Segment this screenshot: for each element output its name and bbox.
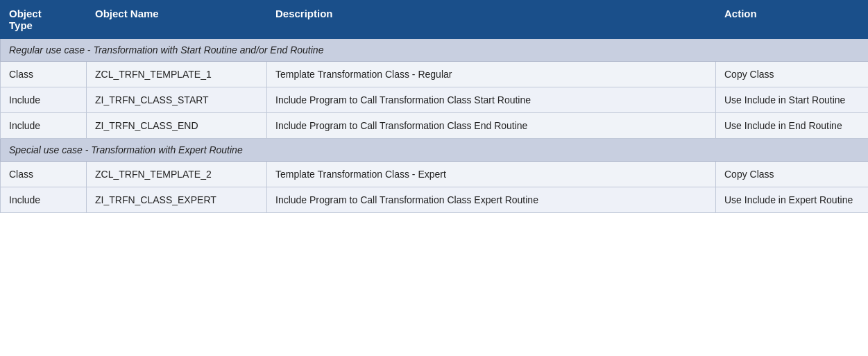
section-header-row: Special use case - Transformation with E… [1,139,869,162]
header-object-name: Object Name [87,1,267,39]
cell-description: Template Transformation Class - Expert [267,162,716,187]
cell-action: Use Include in Expert Routine [716,187,869,213]
cell-description: Include Program to Call Transformation C… [267,113,716,139]
cell-description: Include Program to Call Transformation C… [267,187,716,213]
cell-action: Copy Class [716,162,869,187]
cell-object-type: Class [1,62,87,87]
cell-object-name: ZI_TRFN_CLASS_START [87,87,267,113]
main-table: Object Type Object Name Description Acti… [0,0,868,213]
cell-description: Include Program to Call Transformation C… [267,87,716,113]
header-description: Description [267,1,716,39]
table-row: IncludeZI_TRFN_CLASS_ENDInclude Program … [1,113,869,139]
section-header-cell: Regular use case - Transformation with S… [1,39,869,62]
section-header-cell: Special use case - Transformation with E… [1,139,869,162]
cell-action: Use Include in Start Routine [716,87,869,113]
cell-object-type: Class [1,162,87,187]
cell-description: Template Transformation Class - Regular [267,62,716,87]
cell-action: Copy Class [716,62,869,87]
header-object-type: Object Type [1,1,87,39]
cell-action: Use Include in End Routine [716,113,869,139]
cell-object-type: Include [1,87,87,113]
cell-object-name: ZI_TRFN_CLASS_EXPERT [87,187,267,213]
cell-object-type: Include [1,187,87,213]
section-header-row: Regular use case - Transformation with S… [1,39,869,62]
table-row: ClassZCL_TRFN_TEMPLATE_1Template Transfo… [1,62,869,87]
cell-object-name: ZCL_TRFN_TEMPLATE_2 [87,162,267,187]
table-row: IncludeZI_TRFN_CLASS_STARTInclude Progra… [1,87,869,113]
cell-object-name: ZCL_TRFN_TEMPLATE_1 [87,62,267,87]
header-action: Action [716,1,869,39]
table-body: Regular use case - Transformation with S… [1,39,869,213]
cell-object-type: Include [1,113,87,139]
header-row: Object Type Object Name Description Acti… [1,1,869,39]
table-row: ClassZCL_TRFN_TEMPLATE_2Template Transfo… [1,162,869,187]
table-row: IncludeZI_TRFN_CLASS_EXPERTInclude Progr… [1,187,869,213]
cell-object-name: ZI_TRFN_CLASS_END [87,113,267,139]
